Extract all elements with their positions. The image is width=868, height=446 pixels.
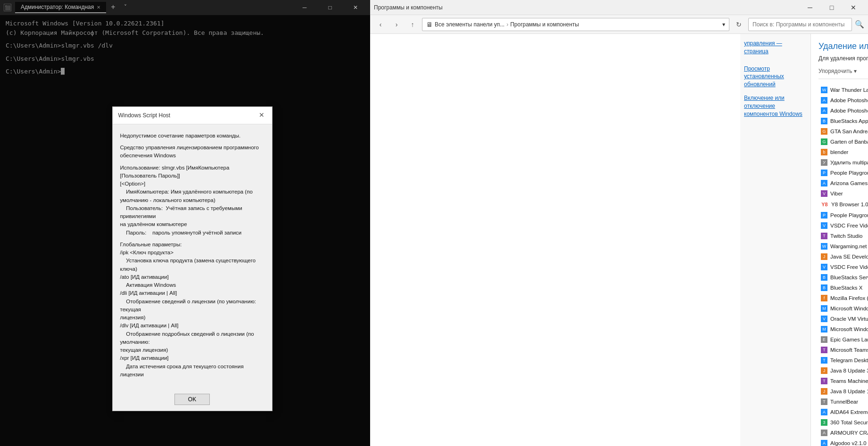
prog-360ts[interactable]: 3360 Total Security [818, 417, 868, 428]
prog-icon-tunnelbear: T [821, 398, 827, 405]
prog-icon-vsdc7: V [821, 264, 827, 270]
cmd-tab-close[interactable]: ✕ [97, 5, 100, 10]
prog-icon-photoshopcc: A [821, 107, 827, 114]
cmd-window-controls: ─ □ ✕ [294, 0, 366, 15]
prog-wargaming[interactable]: WWargaming.net Game Center [818, 241, 868, 251]
dialog-usage: Использование: slmgr.vbs [ИмяКомпьютера … [120, 164, 265, 237]
cp-close-button[interactable]: ✕ [843, 0, 864, 15]
col1: WWar Thunder Launcher 1.0.3.394 AAdobe P… [818, 85, 868, 446]
prog-icon-360ts: 3 [821, 419, 827, 426]
prog-mswdr6[interactable]: MMicrosoft Windows Desktop Runtime - 6.0… [818, 324, 868, 334]
prog-icon-garten: G [821, 138, 827, 145]
cp-address-icon: 🖥 [426, 21, 433, 28]
sidebar-link-features[interactable]: Включение или отключение компонентов Win… [744, 94, 807, 118]
prog-icon-viber: V [821, 190, 827, 197]
sidebar-link-updates[interactable]: Просмотр установленных обновлений [744, 65, 807, 89]
prog-icon-virtualbox: V [821, 316, 827, 322]
cp-search-input[interactable] [748, 18, 852, 31]
cp-sidebar: управления — страница Просмотр установле… [740, 34, 811, 446]
cp-titlebar: Программы и компоненты ─ □ ✕ [370, 0, 868, 15]
prog-garten[interactable]: GGarten of Banban 3 v1.0.2 [818, 137, 868, 147]
prog-people127[interactable]: PPeople Playground v1.27p2 [818, 210, 868, 220]
prog-photoshop2022[interactable]: AAdobe Photoshop 2022 [818, 95, 868, 105]
prog-blender[interactable]: bblender [818, 147, 868, 157]
prog-icon-teamsmwi: T [821, 378, 827, 384]
prog-icon-firefox: f [821, 295, 827, 301]
cp-refresh-button[interactable]: ↻ [732, 18, 745, 31]
prog-icon-multipack1: У [821, 159, 827, 166]
dialog-ok-button[interactable]: OK [174, 394, 210, 405]
prog-y8[interactable]: Y8Y8 Browser 1.0.10 [818, 199, 868, 210]
cp-main: Удаление или изменение программы Для уда… [811, 34, 868, 446]
prog-icon-wargaming: W [821, 243, 827, 250]
cmd-close-button[interactable]: ✕ [345, 0, 366, 15]
prog-bss[interactable]: BBlueStacks Services [818, 272, 868, 283]
prog-java191[interactable]: JJava 8 Update 191 [818, 386, 868, 397]
dialog-overlay: Windows Script Host ✕ Недопустимое сочет… [0, 15, 370, 446]
cmd-minimize-button[interactable]: ─ [294, 0, 315, 15]
wsh-dialog: Windows Script Host ✕ Недопустимое сочет… [112, 106, 273, 411]
prog-algodoo[interactable]: AAlgodoo v2.1.0 [818, 438, 868, 446]
cp-section-desc: Для удаления программы выберите её в спи… [818, 55, 868, 62]
cmd-tab-new[interactable]: + [107, 1, 119, 14]
dialog-error: Недопустимое сочетание параметров команд… [120, 132, 265, 140]
programs-list: WWar Thunder Launcher 1.0.3.394 AAdobe P… [818, 85, 868, 446]
cp-sort-button[interactable]: Упорядочить ▾ [818, 68, 857, 74]
prog-bluestacks[interactable]: BBlueStacks App Player [818, 116, 868, 126]
prog-epicgames[interactable]: EEpic Games Launcher [818, 334, 868, 345]
cmd-tab-more[interactable]: ˅ [120, 2, 131, 13]
prog-bsx[interactable]: BBlueStacks X [818, 283, 868, 293]
prog-twitch[interactable]: TTwitch Studio [818, 231, 868, 241]
prog-firefox[interactable]: fMozilla Firefox (x64 ru) [818, 293, 868, 303]
cp-maximize-button[interactable]: □ [821, 0, 843, 15]
cmd-content: Microsoft Windows [Version 10.0.22621.23… [0, 15, 370, 446]
prog-telegram[interactable]: TTelegram Desktop [818, 355, 868, 365]
prog-icon-msteams: T [821, 347, 827, 353]
dialog-global-params: Глобальные параметры:/ipk <Ключ продукта… [120, 241, 265, 379]
cmd-tabs: Администратор: Командная ✕ + ˅ [15, 1, 131, 14]
new-tab-icon: + [111, 3, 115, 11]
cp-up-button[interactable]: ↑ [406, 18, 419, 31]
prog-java351[interactable]: JJava 8 Update 351 (64-bit) [818, 365, 868, 376]
prog-icon-mswdr6: M [821, 326, 827, 332]
prog-icon-gta: G [821, 128, 827, 135]
cmd-tab-label: Администратор: Командная [21, 4, 94, 10]
sidebar-manage-link[interactable]: управления — страница [744, 40, 807, 56]
prog-icon-arizona: A [821, 180, 827, 187]
prog-arizona[interactable]: AArizona Games Launcher 0.0.68 [818, 178, 868, 188]
dialog-tool-title: Средство управления лицензированием прог… [120, 144, 265, 160]
prog-icon-java351: J [821, 367, 827, 374]
cp-sort-label: Упорядочить ▾ [818, 68, 857, 74]
prog-armoury[interactable]: AARMOURY CRATE Lite Service [818, 428, 868, 438]
cp-back-button[interactable]: ‹ [374, 18, 387, 31]
prog-aida64[interactable]: AAIDA64 Extreme v6.90 [818, 407, 868, 417]
prog-war-thunder[interactable]: WWar Thunder Launcher 1.0.3.394 [818, 85, 868, 95]
prog-tunnelbear[interactable]: TTunnelBear [818, 397, 868, 407]
prog-mswdr7[interactable]: MMicrosoft Windows Desktop Runtime - 7.0… [818, 303, 868, 314]
cp-minimize-button[interactable]: ─ [799, 0, 821, 15]
prog-multipack1[interactable]: УУдалить multipack [818, 157, 868, 168]
prog-msteams[interactable]: TMicrosoft Teams [818, 345, 868, 355]
cp-forward-button[interactable]: › [390, 18, 403, 31]
prog-vsdc8[interactable]: VVSDC Free Video Editor, версия 8.2.3.47… [818, 220, 868, 231]
prog-icon-people127: P [821, 212, 827, 219]
dialog-titlebar: Windows Script Host ✕ [113, 107, 272, 124]
cp-address-bar[interactable]: 🖥 Все элементы панели уп... › Программы … [422, 18, 729, 31]
cmd-maximize-button[interactable]: □ [319, 0, 341, 15]
more-tabs-icon: ˅ [124, 4, 127, 10]
prog-java8u191[interactable]: JJava SE Development Kit 8 Update 191 [818, 251, 868, 262]
prog-people126[interactable]: PPeople Playground v1.26.6 [818, 168, 868, 178]
prog-virtualbox[interactable]: VOracle VM VirtualBox 7.0.8 [818, 314, 868, 324]
prog-viber[interactable]: VViber [818, 188, 868, 199]
cp-search-button[interactable]: 🔍 [855, 20, 864, 29]
cmd-tab-admin[interactable]: Администратор: Командная ✕ [15, 2, 106, 13]
dialog-close-button[interactable]: ✕ [257, 111, 266, 120]
dialog-body: Недопустимое сочетание параметров команд… [113, 124, 272, 390]
cp-address-expand-icon[interactable]: ▾ [722, 21, 725, 28]
prog-icon-vsdc8: V [821, 222, 827, 229]
prog-vsdc7[interactable]: VVSDC Free Video Editor, версия 7.2.1.43… [818, 262, 868, 272]
prog-icon-war-thunder: W [821, 87, 827, 93]
prog-gta[interactable]: GGTA San Andreas MultiPlayer v0.3.7 [818, 126, 868, 137]
prog-photoshopcc[interactable]: AAdobe Photoshop CC 2019 [818, 105, 868, 116]
prog-teamsmwi[interactable]: TTeams Machine-Wide Installer [818, 376, 868, 386]
